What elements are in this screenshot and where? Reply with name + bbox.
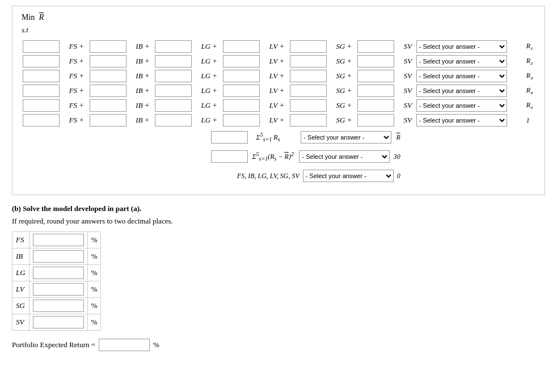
input-row5-sg[interactable] bbox=[290, 99, 327, 112]
part-b-title: (b) Solve the model developed in part (a… bbox=[12, 204, 545, 213]
input-row6-sv[interactable] bbox=[357, 114, 394, 127]
label-row5-sg: SG + bbox=[335, 98, 356, 113]
portfolio-input-sv[interactable] bbox=[33, 316, 84, 328]
select-row1[interactable]: - Select your answer -≤≥= bbox=[416, 40, 507, 53]
label-row2-lg: LG + bbox=[200, 54, 222, 69]
input-row5-lv[interactable] bbox=[223, 99, 260, 112]
row-label-3: R₃ bbox=[525, 69, 535, 83]
sum-row-3: FS, IB, LG, LV, SG, SV - Select your ans… bbox=[22, 166, 535, 186]
select-row5[interactable]: - Select your answer -≤≥= bbox=[416, 99, 507, 112]
input-row4-lg[interactable] bbox=[155, 85, 192, 97]
input-row1-lg[interactable] bbox=[155, 40, 192, 53]
input-row4-fs[interactable] bbox=[23, 85, 60, 97]
input-row2-sg[interactable] bbox=[290, 55, 327, 68]
label-row2-sg: SG + bbox=[335, 54, 356, 69]
label-row1-fs: FS + bbox=[68, 39, 88, 54]
label-row2-sv: SV bbox=[403, 54, 415, 69]
input-row2-sv[interactable] bbox=[357, 55, 394, 68]
portfolio-row-lg: LG% bbox=[12, 265, 101, 281]
label-row5-lv: LV + bbox=[268, 98, 289, 113]
label-row4-lg: LG + bbox=[200, 83, 222, 98]
input-row3-lg[interactable] bbox=[155, 70, 192, 82]
label-row3-sg: SG + bbox=[335, 69, 356, 83]
select-row2[interactable]: - Select your answer -≤≥= bbox=[416, 55, 507, 68]
sum-select-1[interactable]: - Select your answer - ≤ ≥ = bbox=[301, 131, 391, 144]
label-row5-ib: IB + bbox=[134, 98, 153, 113]
input-row6-fs[interactable] bbox=[23, 114, 60, 127]
input-row6-ib[interactable] bbox=[90, 114, 126, 127]
min-label: Min bbox=[22, 13, 35, 22]
sum-select-3[interactable]: - Select your answer - ≤ ≥ = bbox=[303, 170, 394, 182]
row-label-4: R₄ bbox=[525, 83, 535, 98]
input-row6-lv[interactable] bbox=[223, 114, 260, 127]
label-row4-fs: FS + bbox=[68, 83, 88, 98]
input-row1-lv[interactable] bbox=[223, 40, 260, 53]
portfolio-input-lv[interactable] bbox=[33, 283, 84, 296]
input-row3-fs[interactable] bbox=[23, 70, 60, 82]
label-row6-fs: FS + bbox=[68, 113, 88, 128]
input-row1-ib[interactable] bbox=[90, 40, 126, 53]
objective-label: Min R bbox=[22, 13, 535, 22]
input-row3-lv[interactable] bbox=[223, 70, 260, 82]
label-row1-sg: SG + bbox=[335, 39, 356, 54]
input-row2-fs[interactable] bbox=[23, 55, 60, 68]
portfolio-input-ib[interactable] bbox=[33, 250, 84, 263]
sum-label-1: R bbox=[396, 133, 400, 141]
round-note: If required, round your answers to two d… bbox=[12, 217, 545, 226]
portfolio-pct-fs: % bbox=[87, 232, 101, 248]
small-input-sum2 bbox=[211, 150, 248, 163]
input-row3-ib[interactable] bbox=[90, 70, 126, 82]
constraint-row-6: FS +IB +LG +LV +SG +SV- Select your answ… bbox=[22, 113, 535, 128]
sum-formula-3: FS, IB, LG, LV, SG, SV bbox=[237, 172, 299, 180]
select-row3[interactable]: - Select your answer -≤≥= bbox=[416, 70, 507, 82]
input-row6-sg[interactable] bbox=[290, 114, 327, 127]
expected-pct-symbol: % bbox=[153, 340, 159, 349]
input-row4-lv[interactable] bbox=[223, 85, 260, 97]
row-label-2: R₂ bbox=[525, 54, 535, 69]
constraints-table: FS +IB +LG +LV +SG +SV- Select your answ… bbox=[22, 39, 535, 186]
select-row6[interactable]: - Select your answer -≤≥= bbox=[416, 114, 507, 127]
portfolio-label-sv: SV bbox=[12, 314, 29, 331]
st-label: s.t bbox=[22, 26, 535, 35]
portfolio-input-lg[interactable] bbox=[33, 267, 84, 279]
input-row4-sv[interactable] bbox=[357, 85, 394, 97]
portfolio-row-fs: FS% bbox=[12, 232, 101, 248]
label-row4-sg: SG + bbox=[335, 83, 356, 98]
input-row3-sv[interactable] bbox=[357, 70, 394, 82]
constraint-row-2: FS +IB +LG +LV +SG +SV- Select your answ… bbox=[22, 54, 535, 69]
portfolio-label-sg: SG bbox=[12, 298, 29, 314]
input-row3-sg[interactable] bbox=[290, 70, 327, 82]
expected-return-label: Portfolio Expected Return = bbox=[12, 340, 95, 349]
input-row5-lg[interactable] bbox=[155, 99, 192, 112]
portfolio-input-sg[interactable] bbox=[33, 300, 84, 312]
portfolio-label-lv: LV bbox=[12, 281, 29, 298]
input-row5-sv[interactable] bbox=[357, 99, 394, 112]
label-row3-fs: FS + bbox=[68, 69, 88, 83]
input-row2-lg[interactable] bbox=[155, 55, 192, 68]
label-row2-fs: FS + bbox=[68, 54, 88, 69]
constraint-row-1: FS +IB +LG +LV +SG +SV- Select your answ… bbox=[22, 39, 535, 54]
label-row5-sv: SV bbox=[403, 98, 415, 113]
expected-return-input[interactable] bbox=[99, 339, 150, 351]
input-row4-sg[interactable] bbox=[290, 85, 327, 97]
input-row2-ib[interactable] bbox=[90, 55, 126, 68]
input-row1-sv[interactable] bbox=[357, 40, 394, 53]
label-row3-sv: SV bbox=[403, 69, 415, 83]
input-row1-fs[interactable] bbox=[23, 40, 60, 53]
input-row2-lv[interactable] bbox=[223, 55, 260, 68]
input-row4-ib[interactable] bbox=[90, 85, 126, 97]
input-row5-ib[interactable] bbox=[90, 99, 126, 112]
label-row4-lv: LV + bbox=[268, 83, 289, 98]
portfolio-pct-lg: % bbox=[87, 265, 101, 281]
input-row1-sg[interactable] bbox=[290, 40, 327, 53]
label-row4-sv: SV bbox=[403, 83, 415, 98]
input-row5-fs[interactable] bbox=[23, 99, 60, 112]
portfolio-input-fs[interactable] bbox=[33, 234, 84, 246]
select-row4[interactable]: - Select your answer -≤≥= bbox=[416, 85, 507, 97]
sum-select-2[interactable]: - Select your answer - ≤ ≥ = bbox=[299, 150, 390, 163]
label-row1-sv: SV bbox=[403, 39, 415, 54]
row-label-5: R₅ bbox=[525, 98, 535, 113]
label-row1-lg: LG + bbox=[200, 39, 222, 54]
input-row6-lg[interactable] bbox=[155, 114, 192, 127]
portfolio-row-lv: LV% bbox=[12, 281, 101, 298]
